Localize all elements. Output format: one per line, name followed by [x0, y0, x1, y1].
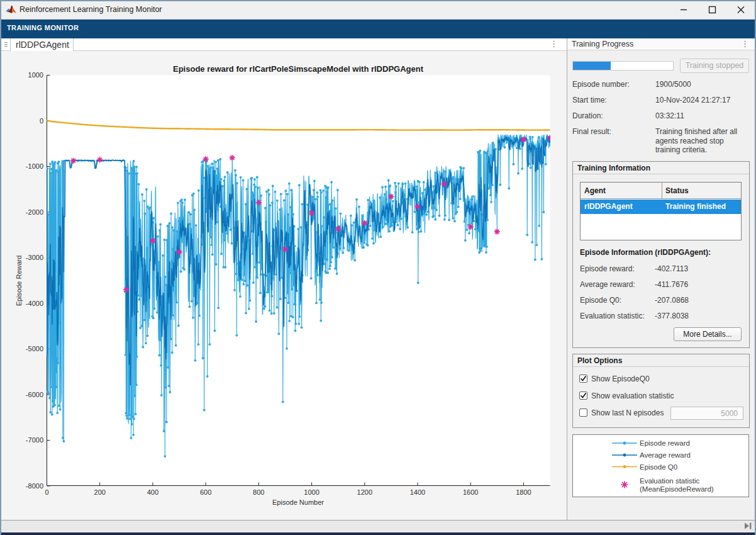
svg-text:-4000: -4000: [26, 300, 43, 307]
svg-text:(MeanEpisodeReward): (MeanEpisodeReward): [640, 485, 714, 493]
svg-text:1200: 1200: [357, 488, 372, 496]
svg-text:-5000: -5000: [26, 345, 43, 352]
svg-text:800: 800: [253, 488, 264, 496]
svg-text:0: 0: [45, 488, 48, 496]
svg-text:Episode Number: Episode Number: [272, 498, 324, 506]
svg-text:-2000: -2000: [26, 208, 43, 216]
svg-text:0: 0: [40, 117, 43, 125]
svg-text:Episode reward: Episode reward: [640, 439, 690, 447]
svg-text:1600: 1600: [463, 488, 478, 496]
svg-text:Evaluation statistic: Evaluation statistic: [640, 477, 699, 485]
svg-text:400: 400: [147, 488, 158, 496]
svg-text:Average reward: Average reward: [640, 451, 691, 459]
svg-text:-1000: -1000: [26, 162, 43, 170]
svg-text:600: 600: [200, 488, 211, 496]
svg-text:200: 200: [94, 488, 106, 496]
svg-text:-8000: -8000: [26, 482, 43, 490]
svg-text:-6000: -6000: [26, 391, 43, 398]
svg-text:-3000: -3000: [26, 254, 43, 261]
svg-text:1000: 1000: [304, 488, 319, 496]
svg-text:1400: 1400: [410, 488, 425, 496]
svg-text:Episode Q0: Episode Q0: [640, 463, 677, 471]
svg-text:Episode reward for rlCartPoleS: Episode reward for rlCartPoleSimscapeMod…: [173, 64, 424, 74]
svg-text:-7000: -7000: [26, 436, 43, 444]
svg-text:Episode Reward: Episode Reward: [15, 256, 23, 307]
svg-text:1800: 1800: [516, 488, 531, 496]
svg-text:1000: 1000: [28, 71, 43, 79]
